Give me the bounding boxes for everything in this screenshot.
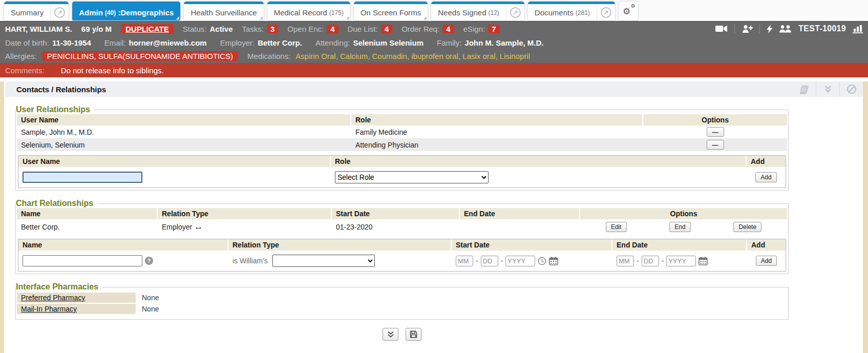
expand-more-button[interactable] (383, 328, 398, 341)
chart-relationships-title: Chart Relationships (16, 199, 97, 208)
print-book-icon[interactable] (792, 81, 816, 97)
due-list-count-badge[interactable]: 4 (381, 25, 392, 33)
popout-icon: ↗ (601, 7, 611, 18)
status-value: Active (209, 25, 232, 33)
edit-relationship-button[interactable]: Edit (606, 222, 627, 232)
chevron-double-down-icon (387, 331, 394, 338)
gear-icon: ⚙ (623, 7, 630, 16)
chart-relationships-section: Chart Relationships Name Relation Type S… (15, 199, 789, 274)
column-header-relation-type: Relation Type (228, 239, 452, 251)
relation-name-input[interactable] (23, 255, 142, 266)
order-req-label: Order Req: (401, 25, 439, 33)
start-day-input[interactable] (481, 256, 498, 266)
tab-documents-count: (281) (576, 9, 590, 16)
column-header-end-date: End Date (460, 208, 580, 219)
end-year-input[interactable] (666, 256, 696, 266)
allergies-badge[interactable]: PENICILLINS, SULFA(SULFONAMIDE ANTIBIOTI… (42, 51, 238, 61)
tab-needs-signed[interactable]: Needs Signed (12) ↗ (431, 2, 524, 20)
add-person-icon[interactable] (742, 25, 753, 33)
tab-summary-popout-button[interactable]: ↗ (50, 4, 69, 20)
end-month-input[interactable] (617, 256, 634, 266)
mail-in-pharmacy-link-cell: Mail-In Pharmacy (17, 304, 136, 314)
remove-relationship-button[interactable]: — (707, 140, 724, 150)
help-icon[interactable]: ? (145, 257, 153, 265)
medications-label: Medications: (247, 52, 290, 60)
email-value: horner@mieweb.com (129, 38, 206, 47)
tab-needs-signed-popout-button[interactable]: ↗ (506, 4, 524, 20)
role-select[interactable]: Select Role (335, 171, 489, 183)
save-button[interactable] (406, 328, 421, 341)
lightning-bolt-icon[interactable] (767, 25, 773, 33)
relation-type-select[interactable] (272, 255, 375, 267)
mail-in-pharmacy-link[interactable]: Mail-In Pharmacy (21, 305, 77, 313)
add-chart-relationship-button[interactable]: Add (756, 256, 777, 266)
tab-admin-demographics[interactable]: Admin (40) :Demographics (72, 2, 180, 20)
duplicate-badge[interactable]: DUPLICATE (121, 24, 174, 34)
chart-stats-icon[interactable] (853, 25, 863, 33)
end-day-input[interactable] (642, 256, 659, 266)
contacts-relationships-panel: Contacts / Relationships User Relationsh… (5, 81, 863, 341)
clock-icon[interactable] (538, 257, 546, 265)
esign-count-badge[interactable]: 7 (488, 25, 499, 33)
two-people-icon[interactable] (779, 25, 792, 33)
video-camera-icon[interactable] (715, 25, 728, 33)
user-relationships-header-row: User Name Role Options (17, 114, 787, 126)
start-date-cell: 01-23-2020 (332, 220, 460, 234)
start-month-input[interactable] (456, 256, 473, 266)
role-cell: Attending Physician (351, 138, 643, 151)
role-cell: Family Medicine (351, 126, 643, 138)
table-row: Better Corp. Employer ↔ 01-23-2020 Edit … (17, 219, 787, 235)
add-user-relationship-button[interactable]: Add (755, 172, 776, 182)
name-cell: Better Corp. (17, 220, 158, 234)
tab-bar: Summary ↗ Admin (40) :Demographics Healt… (0, 0, 868, 21)
user-relationships-title: User Relationships (16, 105, 94, 114)
tab-on-screen-forms-label: On Screen Forms (361, 8, 421, 17)
user-name-input[interactable] (23, 172, 142, 183)
order-req-count-badge[interactable]: 4 (442, 25, 454, 33)
delete-relationship-button[interactable]: Delete (733, 222, 761, 232)
column-header-relation-type: Relation Type (158, 208, 332, 219)
add-user-header-row: User Name Role Add (18, 156, 786, 167)
tab-health-surveillance[interactable]: Health Surveillance (184, 2, 263, 20)
bottom-toolbar (15, 328, 789, 341)
mail-in-pharmacy-value: None (136, 305, 159, 313)
column-header-add: Add (747, 239, 786, 251)
settings-gear-button[interactable]: ⚙ ⚙ (619, 2, 638, 20)
due-list-label: Due List: (348, 25, 378, 33)
calendar-icon[interactable] (698, 257, 708, 265)
medications-list[interactable]: Aspirin Oral, Calcium, Coumadin, ibuprof… (295, 52, 530, 60)
email-label: Email: (104, 38, 126, 47)
tab-health-surveillance-label: Health Surveillance (190, 8, 257, 17)
start-year-input[interactable] (505, 256, 535, 266)
dob-label: Date of birth: (5, 38, 49, 47)
collapse-double-chevron-icon[interactable] (816, 81, 839, 97)
tab-medical-record-count: (175) (329, 9, 344, 16)
remove-relationship-button[interactable]: — (707, 127, 724, 137)
date-separator: - (637, 257, 639, 265)
patient-age-sex: 69 y/o M (81, 25, 112, 33)
add-chart-relationship-box: Name Relation Type Start Date End Date A… (18, 239, 786, 272)
user-name-cell: Selenium, Selenium (17, 138, 351, 151)
tab-documents-popout-button[interactable]: ↗ (597, 4, 615, 20)
list-item: Preferred Pharmacy None (17, 293, 787, 303)
open-enc-count-badge[interactable]: 4 (327, 25, 338, 33)
preferred-pharmacy-link[interactable]: Preferred Pharmacy (21, 294, 85, 302)
panel-header: Contacts / Relationships (5, 81, 863, 97)
end-relationship-button[interactable]: End (669, 222, 690, 232)
tab-on-screen-forms[interactable]: On Screen Forms (354, 2, 428, 20)
column-header-options: Options (643, 114, 787, 126)
calendar-icon[interactable] (549, 257, 558, 265)
tab-summary[interactable]: Summary ↗ (4, 2, 69, 20)
tasks-count-badge[interactable]: 3 (267, 25, 278, 33)
esign-label: eSign: (463, 25, 485, 33)
tab-medical-record[interactable]: Medical Record (175) (267, 2, 350, 20)
user-name-cell: Sample, John M., M.D. (17, 126, 351, 138)
chart-relationships-header-row: Name Relation Type Start Date End Date O… (17, 208, 787, 219)
disable-ban-icon[interactable] (839, 81, 863, 97)
preferred-pharmacy-value: None (136, 294, 159, 302)
patient-name: HART, WILLIAM S. (5, 25, 72, 33)
date-separator: - (662, 257, 664, 265)
tab-documents[interactable]: Documents (281) ↗ (528, 2, 615, 20)
divider (734, 24, 735, 33)
column-header-name: Name (18, 239, 228, 251)
